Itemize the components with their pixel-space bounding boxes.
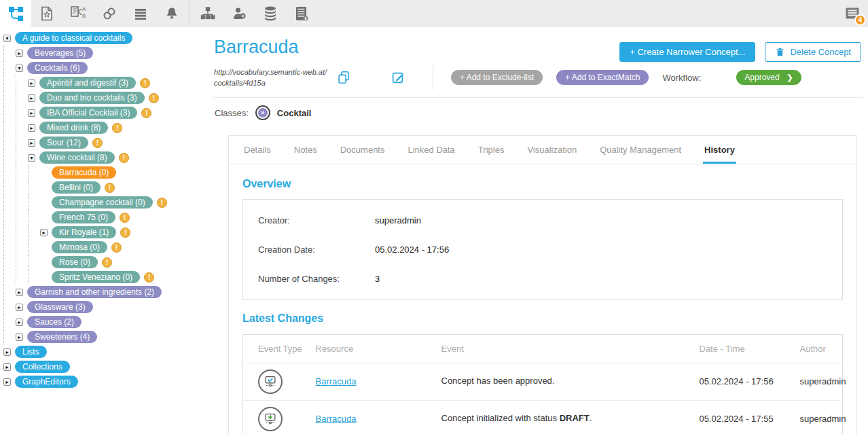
tree-node-label[interactable]: Glassware (3) (27, 301, 93, 313)
expand-toggle-icon[interactable]: ▸ (16, 319, 23, 326)
tree-node-label[interactable]: GraphEditors (15, 376, 78, 388)
tree-item-sauces-2[interactable]: ▸Sauces (2) (3, 314, 214, 329)
tree-item-sweeteners-4[interactable]: ▸Sweeteners (4) (3, 329, 214, 344)
tree-node-label[interactable]: Kir Royale (1) (52, 226, 116, 238)
notes-icon[interactable]: 4 (837, 0, 868, 27)
tab-details[interactable]: Details (242, 136, 272, 164)
user-settings-icon[interactable] (223, 0, 255, 27)
tab-visualization[interactable]: Visualization (526, 136, 578, 164)
tree-node-label[interactable]: IBA Official Cocktail (3) (39, 107, 137, 119)
extraction-icon[interactable]: A B (62, 0, 94, 27)
tree-node-label[interactable]: Mixed drink (8) (39, 122, 108, 134)
tree-item-a-guide-to-classical-cocktails[interactable]: ▾A guide to classical cocktails (3, 31, 214, 46)
tree-node-label[interactable]: Cocktails (6) (27, 62, 88, 74)
tab-linked-data[interactable]: Linked Data (406, 136, 456, 164)
tree-node-label[interactable]: Beverages (5) (27, 47, 93, 59)
tree-node-label[interactable]: Lists (15, 346, 47, 358)
collapse-toggle-icon[interactable]: ▾ (3, 35, 11, 42)
tree-guide (16, 165, 28, 180)
add-to-exactmatch-button[interactable]: + Add to ExactMatch (556, 70, 649, 85)
warning-icon: ! (157, 198, 167, 208)
delete-concept-button[interactable]: Delete Concept (765, 42, 861, 62)
tree-node-label[interactable]: Sour (12) (39, 137, 88, 149)
tab-triples[interactable]: Triples (477, 136, 506, 164)
expand-toggle-icon[interactable]: ▸ (3, 378, 11, 386)
tree-item-kir-royale-1[interactable]: ▸Kir Royale (1)! (3, 225, 214, 240)
resource-link[interactable]: Barracuda (316, 376, 357, 386)
bell-icon[interactable] (156, 0, 187, 27)
tree-item-ap-ritif-and-digestif-3[interactable]: ▸Apéritif and digestif (3)! (3, 75, 214, 90)
tree-node-label[interactable]: Rose (0) (52, 256, 98, 268)
tree-node-label[interactable]: A guide to classical cocktails (15, 32, 132, 44)
database-icon[interactable] (255, 0, 286, 27)
tree-item-french-75-0[interactable]: French 75 (0)! (3, 210, 214, 225)
create-narrower-concept-button[interactable]: + Create Narrower Concept... (619, 42, 755, 62)
tree-item-lists[interactable]: ▸Lists (3, 344, 214, 359)
tree-node-label[interactable]: Champagne cocktail (0) (52, 196, 153, 209)
copy-uri-icon[interactable] (336, 70, 351, 85)
tree-item-wine-cocktail-8[interactable]: ▾Wine cocktail (8)! (3, 150, 214, 165)
tree-node-label[interactable]: Garnish and other ingredients (2) (27, 286, 162, 298)
expand-toggle-icon[interactable]: ▸ (28, 94, 35, 102)
tree-node-label[interactable]: Wine cocktail (8) (39, 151, 115, 164)
tree-item-beverages-5[interactable]: ▸Beverages (5) (3, 46, 214, 60)
tree-node-label[interactable]: Spritz Veneziano (0) (52, 271, 140, 283)
collapse-toggle-icon[interactable]: ▾ (16, 65, 23, 72)
tree-item-champagne-cocktail-0[interactable]: Champagne cocktail (0)! (3, 195, 214, 210)
tree-node-label[interactable]: Mimosa (0) (52, 241, 107, 253)
overview-box: Creator:superadminCreation Date:05.02.20… (242, 199, 843, 300)
warning-icon: ! (120, 213, 130, 223)
tree-item-rose-0[interactable]: Rose (0)! (3, 255, 214, 270)
tree-item-sour-12[interactable]: ▸Sour (12)! (3, 135, 214, 150)
tab-notes[interactable]: Notes (293, 136, 319, 164)
event-cell: Concept has been approved. (441, 363, 700, 400)
expand-toggle-icon[interactable]: ▸ (28, 79, 35, 87)
link-icon[interactable] (94, 0, 125, 27)
expand-toggle-icon[interactable]: ▸ (3, 363, 11, 371)
expand-toggle-icon[interactable]: ▸ (40, 229, 48, 236)
tree-node-label[interactable]: Sauces (2) (27, 316, 82, 328)
tree-item-bellini-0[interactable]: Bellini (0)! (3, 180, 214, 195)
tree-item-barracuda-0[interactable]: Barracuda (0) (3, 165, 214, 180)
add-to-exclude-list-button[interactable]: + Add to Exclude-list (451, 70, 543, 85)
hierarchy-icon[interactable] (192, 0, 223, 27)
workflow-status-button[interactable]: Approved ❯ (736, 70, 801, 85)
server-icon[interactable] (286, 0, 317, 27)
tree-item-mixed-drink-8[interactable]: ▸Mixed drink (8)! (3, 120, 214, 135)
expand-toggle-icon[interactable]: ▸ (16, 50, 23, 57)
collapse-toggle-icon[interactable]: ▾ (28, 154, 35, 162)
tree-node-label[interactable]: French 75 (0) (52, 211, 115, 223)
tree-item-garnish-and-other-ingredients-2[interactable]: ▸Garnish and other ingredients (2) (3, 285, 214, 300)
expand-toggle-icon[interactable]: ▸ (28, 139, 35, 147)
tree-node-label[interactable]: Sweeteners (4) (27, 331, 97, 343)
tree-item-glassware-3[interactable]: ▸Glassware (3) (3, 300, 214, 314)
document-star-icon[interactable] (31, 0, 62, 27)
tree-node-label[interactable]: Bellini (0) (52, 181, 101, 194)
tree-item-spritz-veneziano-0[interactable]: Spritz Veneziano (0)! (3, 270, 214, 285)
tree-item-cocktails-6[interactable]: ▾Cocktails (6) (3, 60, 214, 75)
taxonomy-icon[interactable] (0, 0, 31, 27)
expand-toggle-icon[interactable]: ▸ (28, 124, 35, 132)
tree-item-mimosa-0[interactable]: Mimosa (0)! (3, 240, 214, 255)
tree-item-iba-official-cocktail-3[interactable]: ▸IBA Official Cocktail (3)! (3, 105, 214, 120)
edit-icon[interactable] (391, 70, 405, 85)
svg-text:B: B (82, 13, 86, 19)
tree-node-label[interactable]: Apéritif and digestif (3) (39, 77, 136, 89)
expand-toggle-icon[interactable]: ▸ (16, 304, 23, 311)
tree-item-duo-and-trio-cocktails-3[interactable]: ▸Duo and trio cocktails (3)! (3, 90, 214, 105)
expand-toggle-icon[interactable]: ▸ (3, 348, 11, 356)
expand-toggle-icon[interactable]: ▸ (16, 289, 23, 296)
tab-documents[interactable]: Documents (339, 136, 386, 164)
expand-toggle-icon[interactable]: ▸ (16, 333, 23, 341)
tab-history[interactable]: History (703, 136, 736, 164)
list-icon[interactable] (125, 0, 156, 27)
tree-node-label[interactable]: Collections (15, 361, 70, 373)
tree-item-grapheditors[interactable]: ▸GraphEditors (3, 374, 214, 389)
tree-node-label[interactable]: Barracuda (0) (52, 166, 116, 179)
concept-uri: http://vocabulary.semantic-web.at/cockta… (214, 67, 328, 89)
tree-node-label[interactable]: Duo and trio cocktails (3) (39, 92, 145, 104)
resource-link[interactable]: Barracuda (316, 414, 357, 424)
expand-toggle-icon[interactable]: ▸ (28, 109, 35, 117)
tree-item-collections[interactable]: ▸Collections (3, 359, 214, 374)
tab-quality-management[interactable]: Quality Management (598, 136, 683, 164)
